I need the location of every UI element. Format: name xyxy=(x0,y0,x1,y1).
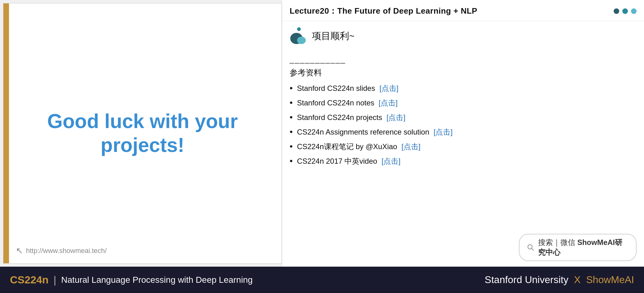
ref-link-4[interactable]: [点击] xyxy=(434,127,453,137)
stanford-text: Stanford University xyxy=(485,274,568,286)
references-section: 参考资料 Stanford CS224n slides [点击] Stanfor… xyxy=(282,67,644,171)
showmeai-text: ShowMeAI xyxy=(586,274,634,286)
ref-list: Stanford CS224n slides [点击] Stanford CS2… xyxy=(290,83,637,166)
ref-item-2: Stanford CS224n notes [点击] xyxy=(290,98,637,108)
main-content: Good luck with your projects! ↖ http://w… xyxy=(0,0,644,267)
ref-link-3[interactable]: [点击] xyxy=(387,113,405,122)
ref-link-6[interactable]: [点击] xyxy=(382,156,401,166)
header-dots xyxy=(614,8,637,14)
ref-text-1: Stanford CS224n slides xyxy=(297,84,375,93)
svg-point-2 xyxy=(297,37,306,44)
search-bar-text: 搜索｜微信 ShowMeAI研究中心 xyxy=(538,238,629,257)
ref-item-3: Stanford CS224n projects [点击] xyxy=(290,112,637,122)
svg-point-3 xyxy=(528,245,532,249)
dot-2 xyxy=(622,8,628,14)
right-header: Lecture20：The Future of Deep Learning + … xyxy=(282,0,644,21)
svg-line-4 xyxy=(532,249,534,251)
x-separator: X xyxy=(574,274,580,286)
avatar-icon xyxy=(290,27,308,45)
bottom-bar: CS224n | Natural Language Processing wit… xyxy=(0,267,644,293)
slide-accent-bar xyxy=(3,3,9,263)
dot-3 xyxy=(631,8,637,14)
ref-text-6: CS224n 2017 中英video xyxy=(297,156,377,166)
chat-bubble-text: 项目顺利~ xyxy=(312,27,355,42)
slide-main-text: Good luck with your projects! xyxy=(3,109,282,157)
ref-link-5[interactable]: [点击] xyxy=(401,142,420,152)
ref-item-5: CS224n课程笔记 by @XuXiao [点击] xyxy=(290,141,637,152)
search-icon xyxy=(527,244,534,251)
slide-panel: Good luck with your projects! ↖ http://w… xyxy=(3,3,282,264)
slide-url: http://www.showmeai.tech/ xyxy=(26,247,107,255)
footer-separator: | xyxy=(54,274,56,286)
ref-link-1[interactable]: [点击] xyxy=(379,83,398,93)
svg-point-0 xyxy=(297,27,301,31)
ref-text-5: CS224n课程笔记 by @XuXiao xyxy=(297,142,397,152)
bottom-left: CS224n | Natural Language Processing wit… xyxy=(10,274,253,286)
lecture-title: Lecture20：The Future of Deep Learning + … xyxy=(290,6,477,16)
ref-item-1: Stanford CS224n slides [点击] xyxy=(290,83,637,93)
bottom-right: Stanford University X ShowMeAI xyxy=(485,274,634,286)
cursor-icon: ↖ xyxy=(16,246,23,256)
ref-item-6: CS224n 2017 中英video [点击] xyxy=(290,156,637,166)
right-panel: Lecture20：The Future of Deep Learning + … xyxy=(282,0,644,267)
ref-item-4: CS224n Assignments reference solution [点… xyxy=(290,127,637,137)
slide-footer: ↖ http://www.showmeai.tech/ xyxy=(16,246,107,256)
course-name: Natural Language Processing with Deep Le… xyxy=(61,275,253,285)
search-bar[interactable]: 搜索｜微信 ShowMeAI研究中心 xyxy=(519,234,637,261)
dot-1 xyxy=(614,8,619,14)
ref-text-3: Stanford CS224n projects xyxy=(297,113,382,122)
chat-area: 项目顺利~ xyxy=(282,21,644,45)
ref-link-2[interactable]: [点击] xyxy=(379,98,397,108)
separator: ___________ xyxy=(290,55,637,64)
course-code: CS224n xyxy=(10,274,49,286)
ref-title: 参考资料 xyxy=(290,67,637,78)
ref-text-4: CS224n Assignments reference solution xyxy=(297,128,429,136)
ref-text-2: Stanford CS224n notes xyxy=(297,99,375,107)
